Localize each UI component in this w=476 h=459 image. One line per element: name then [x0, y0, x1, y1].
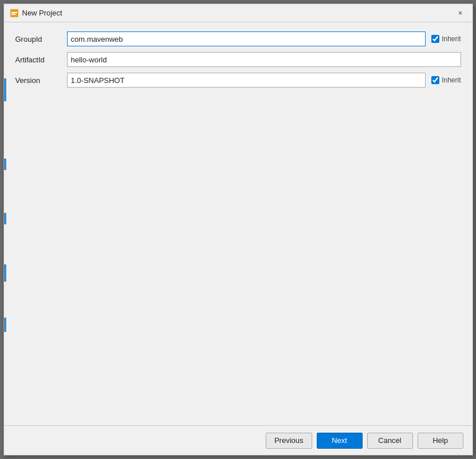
left-accent-1: [4, 78, 6, 101]
version-row: Version Inherit: [15, 73, 461, 88]
title-bar-left: New Project: [10, 9, 62, 18]
group-id-inherit-checkbox[interactable]: [431, 35, 439, 43]
dialog-footer: Previous Next Cancel Help: [4, 425, 473, 455]
version-label: Version: [15, 76, 61, 85]
close-button[interactable]: ×: [454, 7, 467, 19]
group-id-row: GroupId Inherit: [15, 31, 461, 46]
version-input[interactable]: [67, 73, 426, 88]
artifact-id-input[interactable]: [67, 52, 461, 67]
new-project-dialog: New Project × GroupId Inherit ArtifactId…: [3, 3, 473, 456]
help-button[interactable]: Help: [418, 433, 463, 449]
version-inherit-checkbox[interactable]: [431, 76, 439, 84]
left-accent-4: [4, 264, 6, 282]
svg-rect-1: [11, 12, 17, 13]
previous-button[interactable]: Previous: [266, 433, 312, 449]
group-id-label: GroupId: [15, 35, 61, 43]
title-bar: New Project ×: [4, 4, 473, 22]
version-inherit-label: Inherit: [442, 76, 461, 84]
close-icon: ×: [458, 9, 463, 17]
group-id-input[interactable]: [67, 31, 426, 46]
left-accent-2: [4, 159, 6, 170]
artifact-id-label: ArtifactId: [15, 56, 61, 64]
artifact-id-row: ArtifactId: [15, 52, 461, 67]
version-inherit-container: Inherit: [431, 76, 461, 84]
group-id-inherit-container: Inherit: [431, 35, 461, 43]
svg-rect-2: [11, 14, 15, 15]
next-button[interactable]: Next: [317, 433, 363, 449]
left-accent-5: [4, 318, 6, 332]
group-id-inherit-label: Inherit: [442, 35, 461, 43]
dialog-icon: [10, 9, 19, 18]
dialog-title: New Project: [22, 9, 62, 17]
dialog-content: GroupId Inherit ArtifactId Version Inher…: [4, 22, 473, 425]
cancel-button[interactable]: Cancel: [367, 433, 413, 449]
left-accent-3: [4, 213, 6, 224]
